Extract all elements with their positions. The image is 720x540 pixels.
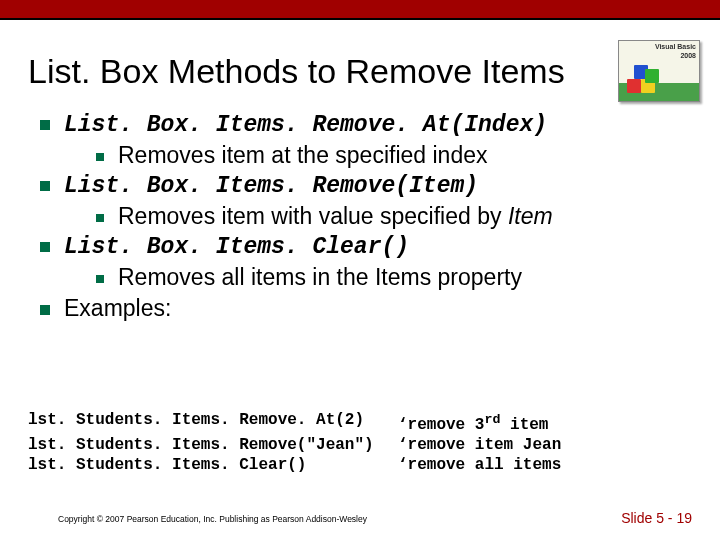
bullet-icon [96, 153, 104, 161]
content-area: List. Box. Items. Remove. At(Index) Remo… [40, 112, 690, 326]
bullet-2a-text: Removes item with value specified by Ite… [118, 203, 553, 230]
bullet-3a-text: Removes all items in the Items property [118, 264, 522, 291]
example-row: lst. Students. Items. Remove("Jean") ‘re… [28, 435, 700, 455]
slide-number: Slide 5 - 19 [621, 510, 692, 526]
bullet-icon [96, 275, 104, 283]
top-bar [0, 0, 720, 20]
bullet-2-text: List. Box. Items. Remove(Item) [64, 173, 478, 199]
example-row: lst. Students. Items. Remove. At(2) ‘rem… [28, 410, 700, 435]
bullet-1a: Removes item at the specified index [96, 142, 690, 169]
page-title: List. Box Methods to Remove Items [28, 52, 565, 91]
example-code: lst. Students. Items. Remove("Jean") [28, 435, 398, 455]
example-comment: ‘remove 3rd item [398, 410, 548, 435]
logo-text-2: 2008 [619, 50, 699, 59]
bullet-3a: Removes all items in the Items property [96, 264, 690, 291]
example-code: lst. Students. Items. Clear() [28, 455, 398, 475]
example-code: lst. Students. Items. Remove. At(2) [28, 410, 398, 435]
bullet-icon [40, 120, 50, 130]
copyright-text: Copyright © 2007 Pearson Education, Inc.… [58, 514, 367, 524]
example-comment: ‘remove all items [398, 455, 561, 475]
blocks-icon [627, 59, 661, 93]
bullet-icon [40, 305, 50, 315]
bullet-1-text: List. Box. Items. Remove. At(Index) [64, 112, 547, 138]
bullet-3: List. Box. Items. Clear() [40, 234, 690, 260]
logo-text-1: Visual Basic [619, 41, 699, 50]
bullet-icon [40, 181, 50, 191]
book-logo: Visual Basic 2008 [618, 40, 700, 102]
bullet-icon [96, 214, 104, 222]
bullet-1a-text: Removes item at the specified index [118, 142, 487, 169]
examples-block: lst. Students. Items. Remove. At(2) ‘rem… [28, 410, 700, 475]
example-row: lst. Students. Items. Clear() ‘remove al… [28, 455, 700, 475]
bullet-4: Examples: [40, 295, 690, 322]
bullet-2: List. Box. Items. Remove(Item) [40, 173, 690, 199]
example-comment: ‘remove item Jean [398, 435, 561, 455]
bullet-icon [40, 242, 50, 252]
bullet-3-text: List. Box. Items. Clear() [64, 234, 409, 260]
bullet-1: List. Box. Items. Remove. At(Index) [40, 112, 690, 138]
bullet-2a: Removes item with value specified by Ite… [96, 203, 690, 230]
bullet-4-text: Examples: [64, 295, 171, 322]
